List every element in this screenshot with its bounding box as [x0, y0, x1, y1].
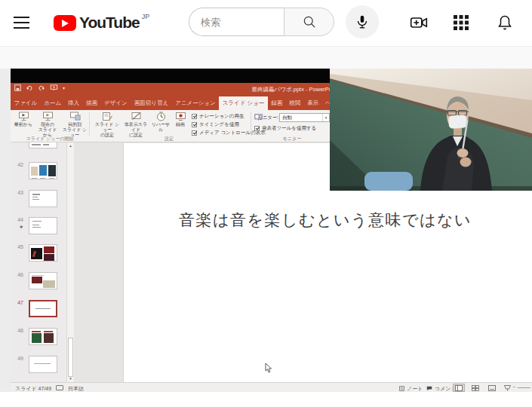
slide-number: 45 [12, 244, 23, 249]
thumbnail-scrollbar[interactable]: ▲ ▼ [66, 142, 74, 382]
slide-sorter-view-button[interactable] [469, 384, 481, 392]
display-settings-icon[interactable] [56, 385, 63, 390]
tab-transitions[interactable]: 画面切り替え [131, 96, 171, 110]
setup-slideshow-icon [102, 112, 113, 121]
youtube-header: YouTube JP [0, 0, 532, 47]
monitor-group-label: モニター [251, 136, 334, 142]
screen-letterbox [11, 69, 330, 83]
microphone-icon [354, 14, 371, 30]
tab-file[interactable]: ファイル [11, 96, 41, 110]
bell-icon [496, 14, 514, 32]
animation-star-icon: ★ [12, 224, 23, 229]
comment-icon [426, 386, 432, 391]
play-narrations-checkbox[interactable]: ナレーションの再生 [192, 113, 244, 120]
use-timings-checkbox[interactable]: タイミングを使用 [192, 121, 239, 128]
create-button[interactable] [409, 13, 429, 32]
search-button[interactable] [284, 8, 334, 36]
setup-group-label: 設定 [89, 136, 249, 142]
hide-slide-icon [131, 112, 142, 121]
play-narrations-label: ナレーションの再生 [199, 113, 244, 120]
search-input[interactable] [189, 8, 284, 36]
slide-thumb-43[interactable] [29, 190, 57, 207]
zoom-out-icon[interactable]: − [512, 384, 515, 390]
slideshow-view-button[interactable] [503, 384, 512, 392]
record-slideshow-label: 録画 [171, 122, 190, 127]
start-group-label: スライド ショーの開始 [11, 136, 89, 142]
quick-access-toolbar: ▾ [14, 84, 65, 91]
slide-thumb-49[interactable] [29, 356, 57, 373]
presenter-webcam-view [330, 69, 532, 191]
youtube-watch-page: { "header": { "logo": { "text": "YouTube… [0, 0, 532, 407]
slide-thumb-42[interactable] [29, 162, 57, 179]
use-presenter-view-checkbox[interactable]: 発表者ツールを使用する [254, 125, 316, 132]
slideshow-view-icon [504, 385, 511, 391]
chevron-down-icon: ▾ [322, 114, 329, 121]
menu-icon[interactable] [14, 17, 29, 29]
from-beginning-button[interactable]: 最初から [12, 112, 35, 127]
normal-view-button[interactable] [453, 384, 465, 392]
youtube-logo[interactable]: YouTube JP [54, 13, 149, 32]
checkbox-checked-icon [192, 114, 197, 119]
save-icon[interactable] [14, 84, 21, 91]
tab-review[interactable]: 校閲 [286, 96, 304, 110]
scrollbar-thumb[interactable] [68, 338, 73, 377]
tab-view[interactable]: 表示 [304, 96, 322, 110]
tab-design[interactable]: デザイン [101, 96, 131, 110]
monitor-dropdown[interactable]: 自動 ▾ [279, 113, 330, 122]
reading-view-icon [488, 385, 496, 391]
custom-slideshow-button[interactable]: 目的別 スライド ショー [60, 112, 89, 138]
notes-button[interactable]: ノート [399, 385, 423, 393]
youtube-region-label: JP [142, 13, 150, 20]
slide-number-selected: 47 [12, 300, 23, 305]
scroll-down-icon[interactable]: ▼ [67, 377, 74, 381]
tab-home[interactable]: ホーム [41, 96, 65, 110]
notes-icon [399, 386, 404, 391]
slide-number: 49 [12, 356, 23, 361]
voice-search-button[interactable] [346, 5, 379, 38]
ppt-status-bar: スライド 47/49 日本語 ノート コメント [11, 382, 532, 392]
monitor-dropdown-label: モニター: [257, 115, 278, 121]
apps-button[interactable] [451, 13, 471, 32]
page-background-strip [0, 47, 532, 69]
reading-view-button[interactable] [486, 384, 498, 392]
slide-sorter-icon [472, 385, 479, 391]
tab-insert[interactable]: 挿入 [65, 96, 83, 110]
slide-thumb-45[interactable] [29, 244, 57, 262]
zoom-slider[interactable] [518, 387, 530, 388]
slide-thumb-46[interactable] [29, 272, 57, 289]
slide-number: 43 [12, 190, 23, 195]
record-slideshow-button[interactable]: 録画 [171, 112, 190, 127]
search-icon [302, 14, 317, 29]
tab-draw[interactable]: 描画 [83, 96, 101, 110]
tab-slideshow[interactable]: スライド ショー [219, 96, 268, 110]
undo-icon[interactable] [26, 84, 33, 91]
from-current-slide-button[interactable]: 現在の スライドから [36, 112, 59, 138]
apps-grid-icon [453, 14, 469, 31]
rehearse-timings-button[interactable]: リハーサル [151, 112, 171, 133]
youtube-logo-text: YouTube [79, 14, 140, 32]
comments-button[interactable]: コメント [426, 385, 457, 393]
qat-customize-icon[interactable]: ▾ [63, 85, 65, 90]
slide-counter: スライド 47/49 [15, 385, 51, 393]
redo-icon[interactable] [38, 84, 45, 91]
slide-number: 46 [12, 272, 23, 277]
scroll-up-icon[interactable]: ▲ [67, 144, 74, 148]
setup-slideshow-button[interactable]: スライド ショー の設定 [94, 112, 121, 138]
ribbon-separator [251, 112, 251, 136]
slide-thumb-41-partial[interactable] [29, 142, 57, 148]
start-slideshow-icon[interactable] [50, 84, 58, 91]
notes-label: ノート [407, 385, 423, 393]
checkbox-checked-icon [192, 122, 197, 127]
slide-thumb-47-selected[interactable] [29, 300, 57, 317]
tab-help[interactable]: ヘルプ [322, 96, 330, 110]
tab-animations[interactable]: アニメーション [172, 96, 220, 110]
slide-thumb-48[interactable] [29, 328, 57, 345]
search-bar [189, 8, 334, 36]
tab-record[interactable]: 録画 [268, 96, 286, 110]
hide-slide-button[interactable]: 非表示スライド に設定 [122, 112, 149, 138]
notifications-button[interactable] [495, 13, 515, 32]
language-indicator[interactable]: 日本語 [68, 385, 84, 393]
use-presenter-view-label: 発表者ツールを使用する [262, 125, 316, 132]
slide-thumb-44[interactable] [29, 217, 57, 234]
monitor-dropdown-value: 自動 [282, 115, 292, 120]
